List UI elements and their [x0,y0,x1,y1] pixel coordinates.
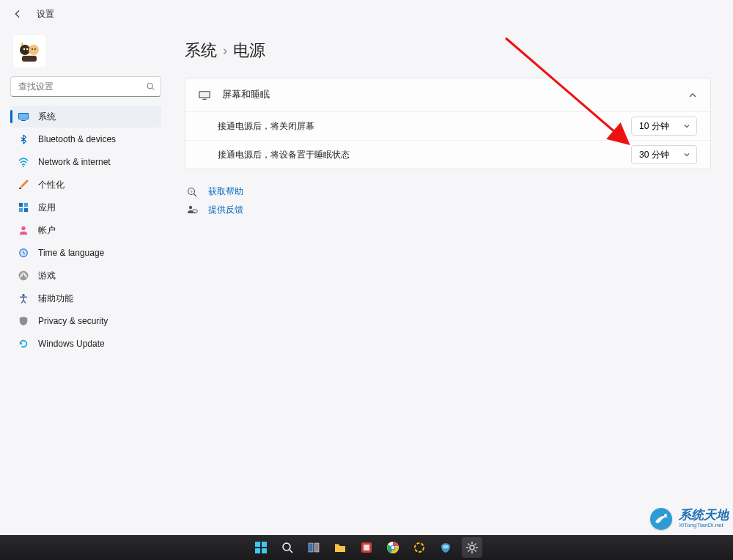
svg-point-0 [20,45,30,55]
dropdown-value: 10 分钟 [639,120,669,133]
svg-rect-40 [314,543,319,552]
system-icon [18,111,29,122]
card-header[interactable]: 屏幕和睡眠 [185,78,710,111]
svg-rect-11 [21,120,26,121]
nav-item-update[interactable]: Windows Update [10,333,161,355]
screen-off-dropdown[interactable]: 10 分钟 [631,117,697,136]
nav-item-time[interactable]: Time & language [10,242,161,264]
svg-rect-13 [19,188,21,189]
feedback-icon [186,205,198,216]
nav-item-network[interactable]: Network & internet [10,151,161,173]
svg-point-3 [26,48,28,50]
svg-point-49 [443,545,449,549]
nav-item-apps[interactable]: 应用 [10,196,161,218]
nav-item-accounts[interactable]: 帐户 [10,219,161,241]
svg-line-57 [468,550,470,552]
svg-rect-17 [24,208,28,212]
setting-row-screen-off: 接通电源后，将关闭屏幕 10 分钟 [185,112,710,140]
user-block[interactable] [10,32,161,70]
svg-rect-41 [335,544,339,545]
svg-line-56 [475,550,476,552]
svg-rect-6 [22,56,37,62]
svg-point-1 [29,45,39,55]
taskbar-search[interactable] [277,537,298,558]
breadcrumb-parent[interactable]: 系统 [185,40,217,62]
svg-line-27 [194,194,197,196]
svg-rect-23 [200,92,209,97]
brush-icon [18,179,29,191]
svg-rect-10 [19,114,28,119]
update-icon [18,338,29,350]
avatar [13,35,45,67]
chevron-down-icon [683,151,690,158]
chevron-down-icon [683,122,690,130]
svg-line-8 [152,88,155,90]
setting-label: 接通电源后，将关闭屏幕 [218,120,631,133]
taskbar-app-1[interactable] [356,537,377,558]
nav-item-personalize[interactable]: 个性化 [10,174,161,196]
nav-label: 系统 [38,111,56,123]
clock-icon [18,247,29,259]
bluetooth-icon [18,133,29,145]
sidebar: 系统 Bluetooth & devices Network & interne… [0,28,169,560]
apps-icon [18,202,29,213]
breadcrumb-current: 电源 [233,40,265,62]
nav-label: Bluetooth & devices [38,134,116,144]
screen-sleep-card: 屏幕和睡眠 接通电源后，将关闭屏幕 10 分钟 接通电源后，将设备置于睡眠状态 … [185,78,711,169]
nav-item-bluetooth[interactable]: Bluetooth & devices [10,128,161,150]
taskbar-explorer[interactable] [330,537,350,558]
main-content: 系统 › 电源 屏幕和睡眠 接通电源后，将关闭屏幕 10 分钟 接通电源 [169,28,733,560]
taskbar-app-2[interactable] [409,537,430,558]
svg-point-28 [189,205,192,208]
wifi-icon [18,156,29,168]
card-body: 接通电源后，将关闭屏幕 10 分钟 接通电源后，将设备置于睡眠状态 30 分钟 [185,111,710,169]
feedback-anchor[interactable]: 提供反馈 [208,204,243,216]
accessibility-icon [18,292,29,304]
dropdown-value: 30 分钟 [639,149,669,161]
svg-rect-39 [309,543,313,552]
svg-point-18 [21,226,25,230]
search-input[interactable] [10,76,161,97]
taskbar-settings[interactable] [462,537,482,558]
svg-line-58 [475,544,476,545]
window-title: 设置 [37,8,54,21]
sleep-dropdown[interactable]: 30 分钟 [631,145,697,164]
shield-icon [18,315,29,327]
nav-item-privacy[interactable]: Privacy & security [10,310,161,332]
taskbar-app-3[interactable] [435,537,456,558]
svg-rect-16 [19,208,23,212]
card-title: 屏幕和睡眠 [222,89,677,101]
account-icon [18,224,29,236]
nav-label: Privacy & security [38,316,108,326]
nav: 系统 Bluetooth & devices Network & interne… [10,106,161,355]
nav-label: Network & internet [38,157,111,167]
taskbar-start[interactable] [251,537,271,558]
window-header: 设置 [0,0,733,28]
taskbar-taskview[interactable] [303,537,324,558]
nav-item-accessibility[interactable]: 辅助功能 [10,287,161,309]
taskbar-chrome[interactable] [383,537,403,558]
svg-point-5 [34,48,36,50]
nav-item-system[interactable]: 系统 [10,106,161,128]
get-help-anchor[interactable]: 获取帮助 [208,185,243,198]
nav-label: 辅助功能 [38,292,73,305]
svg-rect-15 [24,203,28,207]
search-box [10,76,161,97]
nav-label: 游戏 [38,270,56,282]
feedback-link: 提供反馈 [186,204,711,216]
back-button[interactable] [7,4,28,24]
nav-item-gaming[interactable]: 游戏 [10,265,161,287]
breadcrumb: 系统 › 电源 [185,40,711,62]
nav-label: Time & language [38,248,104,258]
setting-row-sleep: 接通电源后，将设备置于睡眠状态 30 分钟 [185,140,710,169]
svg-rect-34 [262,542,267,547]
svg-line-38 [290,550,292,553]
svg-point-46 [391,546,394,549]
svg-rect-33 [255,542,260,547]
svg-point-21 [22,294,25,297]
svg-point-7 [147,84,152,89]
svg-rect-36 [262,548,267,553]
setting-label: 接通电源后，将设备置于睡眠状态 [218,149,631,161]
search-icon [146,82,155,92]
nav-label: 个性化 [38,179,65,191]
